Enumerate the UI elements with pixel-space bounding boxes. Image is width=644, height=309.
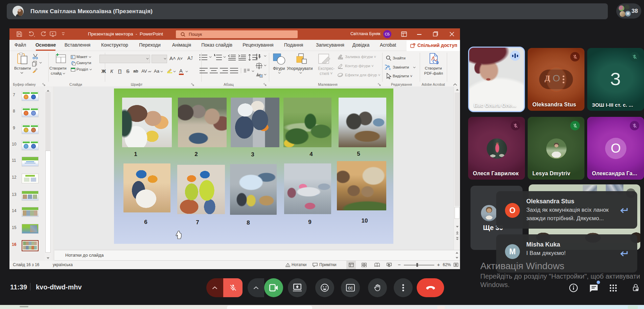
svg-text:CC: CC	[348, 286, 353, 290]
svg-text:А: А	[258, 55, 260, 58]
svg-text:c: c	[389, 67, 391, 71]
